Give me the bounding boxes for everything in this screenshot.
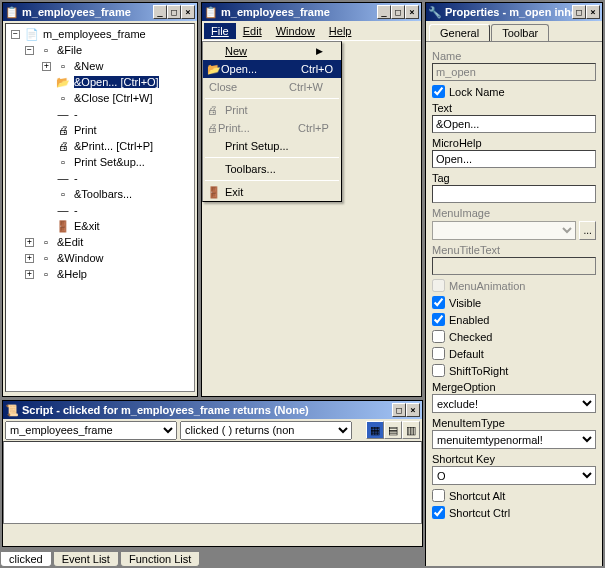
- script-view2-icon[interactable]: ▤: [384, 421, 402, 439]
- tree-toggle[interactable]: +: [25, 270, 34, 279]
- tree-help[interactable]: &Help: [57, 268, 87, 280]
- check-enabled[interactable]: [432, 313, 445, 326]
- bottom-tab-eventlist[interactable]: Event List: [53, 552, 119, 567]
- props-titlebar[interactable]: 🔧 Properties - m_open inhe □ ×: [426, 3, 602, 21]
- menu-item-icon: ▫: [38, 267, 54, 281]
- menu-tree[interactable]: −📄m_employees_frame −▫&File +▫&New 📂&Ope…: [6, 24, 194, 284]
- tree-file[interactable]: &File: [57, 44, 82, 56]
- select-mergeoption[interactable]: exclude!: [432, 394, 596, 413]
- input-text[interactable]: [432, 115, 596, 133]
- tree-exit[interactable]: E&xit: [74, 220, 100, 232]
- tree-edit[interactable]: &Edit: [57, 236, 83, 248]
- dd-separator: [205, 180, 339, 181]
- script-view1-icon[interactable]: ▦: [366, 421, 384, 439]
- check-menuanimation: [432, 279, 445, 292]
- menu-item-icon: ▫: [38, 235, 54, 249]
- tab-toolbar[interactable]: Toolbar: [491, 24, 549, 41]
- menu-window[interactable]: Window: [269, 23, 322, 39]
- tree-sep[interactable]: -: [74, 172, 78, 184]
- tree-window[interactable]: &Window: [57, 252, 103, 264]
- maximize-button[interactable]: □: [391, 5, 405, 19]
- dd-exit[interactable]: 🚪Exit: [203, 183, 341, 201]
- tree-toggle[interactable]: −: [11, 30, 20, 39]
- tree-printsetup[interactable]: Print Set&up...: [74, 156, 145, 168]
- bottom-tab-clicked[interactable]: clicked: [0, 552, 52, 567]
- tree-close[interactable]: &Close [Ctrl+W]: [74, 92, 153, 104]
- close-button[interactable]: ×: [405, 5, 419, 19]
- select-shortcutkey[interactable]: O: [432, 466, 596, 485]
- maximize-button[interactable]: □: [167, 5, 181, 19]
- label-shifttoright: ShiftToRight: [449, 365, 508, 377]
- label-shortcutkey: Shortcut Key: [432, 453, 596, 465]
- check-shifttoright[interactable]: [432, 364, 445, 377]
- script-titlebar[interactable]: 📜 Script - clicked for m_employees_frame…: [3, 401, 422, 419]
- print-icon: 🖨: [55, 139, 71, 153]
- dd-open[interactable]: 📂Open...Ctrl+O: [203, 60, 341, 78]
- close-button[interactable]: ×: [181, 5, 195, 19]
- label-menutitletext: MenuTitleText: [432, 244, 596, 256]
- tree-toggle[interactable]: +: [25, 254, 34, 263]
- label-enabled: Enabled: [449, 314, 489, 326]
- tree-toolbars[interactable]: &Toolbars...: [74, 188, 132, 200]
- close-button[interactable]: ×: [586, 5, 600, 19]
- minimize-button[interactable]: _: [153, 5, 167, 19]
- folder-open-icon: 📂: [207, 63, 221, 76]
- dd-close: CloseCtrl+W: [203, 78, 341, 96]
- close-button[interactable]: ×: [406, 403, 420, 417]
- dd-toolbars[interactable]: Toolbars...: [203, 160, 341, 178]
- browse-menuimage-button[interactable]: ...: [579, 221, 596, 240]
- dd-print: 🖨Print: [203, 101, 341, 119]
- tree-sep[interactable]: -: [74, 204, 78, 216]
- menu-file[interactable]: File: [204, 23, 236, 39]
- select-menuitemtype[interactable]: menuitemtypenormal!: [432, 430, 596, 449]
- tree-toggle[interactable]: −: [25, 46, 34, 55]
- tree-toggle[interactable]: +: [42, 62, 51, 71]
- exit-icon: 🚪: [55, 219, 71, 233]
- script-object-select[interactable]: m_employees_frame: [5, 421, 177, 440]
- tree-sep[interactable]: -: [74, 108, 78, 120]
- maximize-button[interactable]: □: [392, 403, 406, 417]
- input-tag[interactable]: [432, 185, 596, 203]
- check-visible[interactable]: [432, 296, 445, 309]
- input-name: [432, 63, 596, 81]
- maximize-button[interactable]: □: [572, 5, 586, 19]
- check-checked[interactable]: [432, 330, 445, 343]
- print-icon: 🖨: [207, 122, 218, 134]
- menu-item-icon: ▫: [55, 91, 71, 105]
- print-icon: 🖨: [207, 104, 225, 116]
- minimize-button[interactable]: _: [377, 5, 391, 19]
- menu-help[interactable]: Help: [322, 23, 359, 39]
- check-lockname[interactable]: [432, 85, 445, 98]
- tree-toggle[interactable]: +: [25, 238, 34, 247]
- tab-general[interactable]: General: [429, 24, 490, 41]
- preview-titlebar[interactable]: 📋 m_employees_frame _ □ ×: [202, 3, 421, 21]
- exit-icon: 🚪: [207, 186, 225, 199]
- check-default[interactable]: [432, 347, 445, 360]
- script-view3-icon[interactable]: ▥: [402, 421, 420, 439]
- dd-printm: 🖨Print...Ctrl+P: [203, 119, 341, 137]
- check-shortcutctrl[interactable]: [432, 506, 445, 519]
- bottom-tab-funclist[interactable]: Function List: [120, 552, 200, 567]
- tree-print[interactable]: Print: [74, 124, 97, 136]
- tree-titlebar[interactable]: 📋 m_employees_frame _ □ ×: [3, 3, 197, 21]
- script-event-select[interactable]: clicked ( ) returns (non: [180, 421, 352, 440]
- script-editor[interactable]: [3, 441, 422, 524]
- label-text: Text: [432, 102, 596, 114]
- label-visible: Visible: [449, 297, 481, 309]
- tree-new[interactable]: &New: [74, 60, 103, 72]
- menu-edit[interactable]: Edit: [236, 23, 269, 39]
- check-shortcutalt[interactable]: [432, 489, 445, 502]
- menu-icon: 📋: [204, 5, 218, 19]
- dd-new[interactable]: New▶: [203, 42, 341, 60]
- menu-item-icon: ▫: [55, 187, 71, 201]
- tree-root[interactable]: m_employees_frame: [43, 28, 146, 40]
- print-icon: 🖨: [55, 123, 71, 137]
- tree-open[interactable]: &Open... [Ctrl+O]: [74, 76, 159, 88]
- dd-printsetup[interactable]: Print Setup...: [203, 137, 341, 155]
- input-microhelp[interactable]: [432, 150, 596, 168]
- label-default: Default: [449, 348, 484, 360]
- tree-printm[interactable]: &Print... [Ctrl+P]: [74, 140, 153, 152]
- script-icon: 📜: [5, 403, 19, 417]
- properties-icon: 🔧: [428, 5, 442, 19]
- menu-icon: 📋: [5, 5, 19, 19]
